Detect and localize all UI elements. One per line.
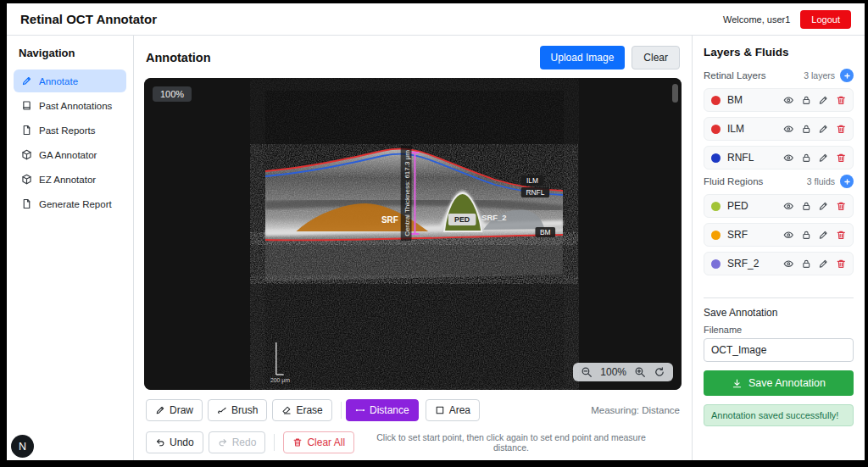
visibility-toggle[interactable] — [783, 259, 794, 270]
delete-layer-button[interactable] — [836, 124, 847, 135]
save-annotation-title: Save Annotation — [704, 307, 854, 319]
zoom-out-icon — [581, 366, 593, 378]
sidebar-item-generate-report[interactable]: Generate Report — [14, 192, 126, 215]
zoom-in-button[interactable] — [634, 366, 646, 378]
area-label: Area — [449, 404, 470, 416]
n-badge[interactable]: N — [11, 435, 34, 458]
svg-text:RNFL: RNFL — [526, 188, 545, 197]
svg-text:PED: PED — [454, 215, 470, 224]
add-fluid-button[interactable] — [840, 175, 854, 188]
edit-fluid-button[interactable] — [818, 201, 829, 212]
lock-toggle[interactable] — [801, 230, 812, 241]
tool-row-primary: Draw Brush Erase Distance — [146, 398, 680, 422]
filename-input[interactable] — [704, 338, 854, 362]
brush-button[interactable]: Brush — [208, 399, 267, 421]
eye-icon — [783, 201, 794, 212]
edit-layer-button[interactable] — [818, 153, 829, 164]
ped-label: PED — [448, 214, 476, 225]
distance-label: Distance — [370, 404, 409, 416]
sidebar-item-ga-annotator[interactable]: GA Annotator — [14, 143, 126, 166]
delete-fluid-button[interactable] — [836, 230, 847, 241]
file-icon — [21, 125, 32, 136]
sidebar-item-label: EZ Annotator — [39, 175, 96, 185]
fluid-color-dot — [711, 202, 721, 211]
draw-button[interactable]: Draw — [146, 399, 203, 421]
distance-button[interactable]: Distance — [346, 399, 419, 421]
zoom-reset-button[interactable] — [654, 366, 665, 378]
brush-label: Brush — [231, 404, 258, 416]
srf2-label: SRF_2 — [481, 213, 506, 222]
sidebar-item-past-reports[interactable]: Past Reports — [14, 119, 126, 142]
eye-icon — [783, 230, 794, 241]
delete-layer-button[interactable] — [836, 95, 847, 106]
ilm-tag: ILM — [521, 175, 544, 186]
eye-icon — [783, 124, 794, 135]
tool-row-secondary: Undo Redo Clear All Click to set start p… — [146, 430, 680, 454]
scrollbar-thumb[interactable] — [672, 84, 678, 103]
visibility-toggle[interactable] — [783, 95, 794, 106]
divider — [341, 402, 342, 419]
edit-fluid-button[interactable] — [818, 230, 829, 241]
book-icon — [21, 100, 32, 111]
visibility-toggle[interactable] — [783, 201, 794, 212]
edit-fluid-button[interactable] — [818, 259, 829, 270]
file-icon — [21, 198, 32, 209]
cube-icon — [21, 174, 32, 185]
add-layer-button[interactable] — [840, 69, 854, 82]
clear-all-button[interactable]: Clear All — [283, 431, 354, 453]
pencil-icon — [818, 95, 829, 106]
edit-layer-button[interactable] — [818, 95, 829, 106]
pencil-icon — [818, 230, 829, 241]
save-annotation-button[interactable]: Save Annotation — [704, 370, 854, 396]
layer-color-dot — [711, 125, 721, 134]
sidebar-item-label: Past Reports — [39, 125, 95, 136]
save-success-message: Annotation saved successfully! — [704, 404, 854, 426]
app-header: Retinal OCT Annotator Welcome, user1 Log… — [7, 3, 865, 36]
layer-color-dot — [711, 153, 721, 163]
download-icon — [732, 378, 743, 389]
zoom-out-button[interactable] — [581, 366, 593, 378]
zoom-level: 100% — [600, 366, 626, 378]
delete-fluid-button[interactable] — [836, 259, 847, 270]
redo-button[interactable]: Redo — [209, 431, 266, 453]
delete-fluid-button[interactable] — [836, 201, 847, 212]
lock-icon — [801, 95, 812, 106]
eye-icon — [783, 95, 794, 106]
visibility-toggle[interactable] — [783, 230, 794, 241]
layer-row-bm: BM — [704, 88, 854, 112]
delete-layer-button[interactable] — [836, 153, 847, 164]
lock-toggle[interactable] — [801, 124, 812, 135]
save-annotation-label: Save Annotation — [748, 377, 826, 389]
nav-title: Navigation — [7, 36, 133, 68]
undo-button[interactable]: Undo — [146, 431, 203, 453]
clear-image-button[interactable]: Clear — [632, 46, 680, 69]
pencil-icon — [818, 124, 829, 135]
edit-layer-button[interactable] — [818, 124, 829, 135]
sidebar-item-annotate[interactable]: Annotate — [14, 69, 126, 92]
sidebar-item-past-annotations[interactable]: Past Annotations — [14, 94, 126, 117]
welcome-text: Welcome, user1 — [723, 14, 790, 25]
upload-image-button[interactable]: Upload Image — [540, 46, 626, 69]
lock-toggle[interactable] — [801, 201, 812, 212]
sidebar-item-label: Past Annotations — [39, 101, 112, 111]
sidebar-item-ez-annotator[interactable]: EZ Annotator — [14, 168, 126, 191]
area-button[interactable]: Area — [426, 399, 480, 421]
retinal-layers-count: 3 layers — [804, 70, 835, 81]
visibility-toggle[interactable] — [783, 153, 794, 164]
visibility-toggle[interactable] — [783, 124, 794, 135]
lock-toggle[interactable] — [801, 95, 812, 106]
lock-toggle[interactable] — [801, 153, 812, 164]
undo-label: Undo — [170, 436, 194, 448]
oct-canvas[interactable]: Central Thickness: 617.3 μm SRF PED SRF_… — [144, 78, 682, 390]
measuring-status: Measuring: Distance — [591, 405, 680, 415]
trash-icon — [836, 201, 847, 212]
logout-button[interactable]: Logout — [800, 10, 851, 29]
page-title: Annotation — [146, 51, 211, 64]
pencil-icon — [818, 259, 829, 270]
trash-icon — [836, 259, 847, 270]
redo-label: Redo — [232, 436, 257, 448]
lock-toggle[interactable] — [801, 259, 812, 270]
svg-text:ILM: ILM — [526, 176, 538, 185]
erase-button[interactable]: Erase — [272, 399, 331, 421]
fluid-name: SRF_2 — [727, 258, 783, 270]
